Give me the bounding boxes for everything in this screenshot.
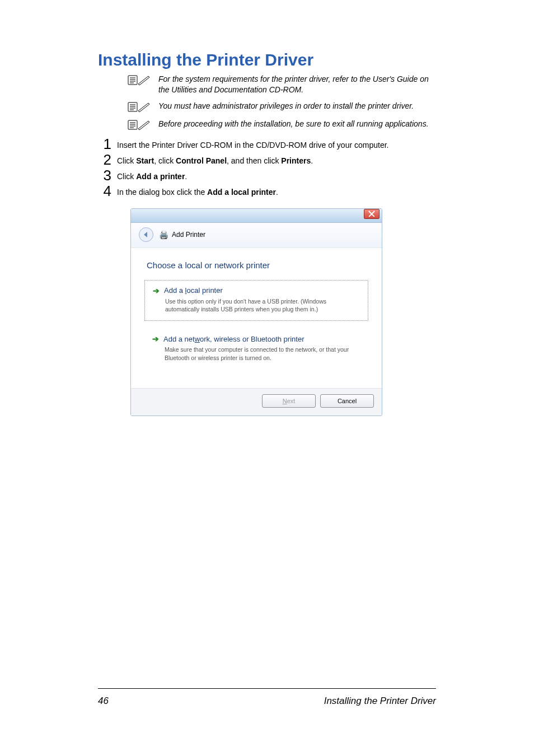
arrow-right-icon: ➔ bbox=[153, 286, 160, 295]
step-3: 3 Click Add a printer. bbox=[98, 168, 436, 183]
note-icon bbox=[127, 119, 151, 131]
page-number: 46 bbox=[98, 696, 109, 707]
cancel-button[interactable]: Cancel bbox=[320, 394, 374, 408]
step-2: 2 Click Start, click Control Panel, and … bbox=[98, 152, 436, 167]
option-add-local-printer[interactable]: ➔ Add a local printer Use this option on… bbox=[144, 280, 368, 321]
step-number: 2 bbox=[98, 152, 111, 167]
svg-rect-0 bbox=[128, 76, 137, 85]
window-titlebar bbox=[131, 209, 382, 223]
option-title: Add a local printer bbox=[164, 286, 223, 295]
step-text: In the dialog box click the Add a local … bbox=[117, 184, 278, 198]
printer-icon: 🖨️ bbox=[159, 230, 168, 239]
step-number: 3 bbox=[98, 168, 111, 183]
note-icon bbox=[127, 74, 151, 86]
note-icon bbox=[127, 101, 151, 113]
step-4: 4 In the dialog box click the Add a loca… bbox=[98, 184, 436, 198]
step-text: Click Add a printer. bbox=[117, 168, 187, 183]
step-number: 1 bbox=[98, 137, 111, 151]
page-title: Installing the Printer Driver bbox=[98, 50, 436, 69]
wizard-header: 🖨️ Add Printer bbox=[131, 223, 382, 248]
back-arrow-icon bbox=[144, 232, 147, 237]
option-desc: Make sure that your computer is connecte… bbox=[165, 346, 360, 362]
close-icon[interactable] bbox=[364, 209, 380, 219]
footer-divider bbox=[98, 688, 436, 689]
svg-rect-5 bbox=[128, 102, 137, 111]
step-number: 4 bbox=[98, 184, 111, 198]
note-1: For the system requirements for the prin… bbox=[98, 74, 436, 95]
note-2: You must have administrator privileges i… bbox=[98, 101, 436, 113]
steps-list: 1 Insert the Printer Driver CD-ROM in th… bbox=[98, 137, 436, 198]
step-text: Insert the Printer Driver CD-ROM in the … bbox=[117, 137, 388, 151]
arrow-right-icon: ➔ bbox=[152, 334, 159, 343]
note-3: Before proceeding with the installation,… bbox=[98, 119, 436, 131]
running-header: Installing the Printer Driver bbox=[324, 696, 436, 707]
next-button[interactable]: Next bbox=[262, 394, 316, 408]
step-1: 1 Insert the Printer Driver CD-ROM in th… bbox=[98, 137, 436, 151]
option-desc: Use this option only if you don't have a… bbox=[165, 297, 360, 314]
option-add-network-printer[interactable]: ➔ Add a network, wireless or Bluetooth p… bbox=[144, 329, 368, 368]
svg-rect-10 bbox=[128, 120, 137, 129]
wizard-title: Add Printer bbox=[172, 231, 205, 239]
step-text: Click Start, click Control Panel, and th… bbox=[117, 152, 313, 167]
note-text: For the system requirements for the prin… bbox=[158, 74, 436, 95]
back-button[interactable] bbox=[139, 227, 153, 242]
wizard-heading: Choose a local or network printer bbox=[147, 260, 368, 270]
note-text: You must have administrator privileges i… bbox=[158, 101, 414, 111]
wizard-screenshot: 🖨️ Add Printer Choose a local or network… bbox=[130, 208, 382, 416]
wizard-buttons: Next Cancel bbox=[131, 388, 382, 416]
page-footer: 46 Installing the Printer Driver bbox=[98, 696, 436, 707]
option-title: Add a network, wireless or Bluetooth pri… bbox=[163, 335, 304, 343]
note-text: Before proceeding with the installation,… bbox=[158, 119, 429, 129]
